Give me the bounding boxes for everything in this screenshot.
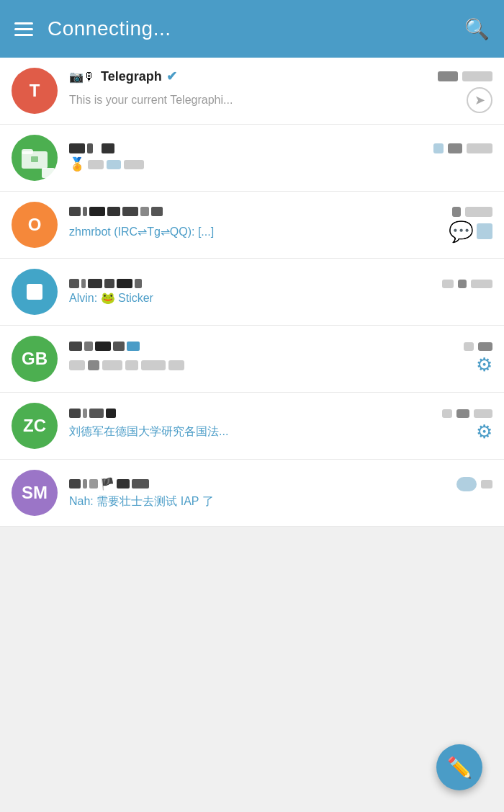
chat-preview: 刘德军在德国大学研究各国法... [69,424,228,440]
time-area [452,207,492,217]
t2 [478,342,492,351]
unread-badge [456,477,477,491]
chat-top-row: 📷🎙 Telegraph ✔ [69,68,492,84]
chat-content: zhmrbot (IRC⇌Tg⇌QQ): [...] 💬 [69,207,492,244]
p4 [125,360,138,370]
chat-bottom-row: This is your current Telegraphi... ➤ [69,87,492,113]
time-block [452,207,461,217]
chat-name [69,279,142,288]
t1 [464,342,474,351]
chat-bottom-row: zhmrbot (IRC⇌Tg⇌QQ): [...] 💬 [69,220,492,244]
avatar: SM [12,470,58,516]
flag-icon: 🏴 [100,477,114,491]
time-area [433,143,492,153]
chat-name-row [69,207,452,216]
avatar-small [477,223,492,239]
time-area [464,342,492,351]
avatar: GB [12,336,58,382]
p5 [141,360,166,370]
menu-button[interactable] [14,22,33,36]
chat-content: ⚙ [69,342,492,376]
preview-block [88,160,104,169]
time-block2 [462,71,492,81]
chat-top-row [69,409,492,418]
svg-rect-2 [31,156,38,162]
chat-top-row: 🏴 [69,477,492,491]
chat-item-2[interactable]: 🏅 [0,125,504,192]
t2 [458,280,467,288]
mute-camera-icon: 📷🎙 [69,70,95,84]
t1 [442,280,454,288]
chat-item-telegraph[interactable]: T 📷🎙 Telegraph ✔ This is your current T [0,58,504,125]
time-block [448,143,462,153]
icon-blue: ⚙ [476,421,492,443]
chat-list: T 📷🎙 Telegraph ✔ This is your current T [0,58,504,527]
chat-item-4[interactable]: Alvin: 🐸 Sticker [0,259,504,326]
avatar [12,135,58,181]
header-left: Connecting... [14,17,171,40]
chat-preview: This is your current Telegraphi... [69,94,233,107]
chat-name [69,143,114,153]
avatar [12,269,58,315]
chat-name-row [69,409,442,418]
chat-name [69,409,116,418]
t1 [481,480,492,488]
chat-content: Alvin: 🐸 Sticker [69,279,492,305]
svg-rect-1 [22,149,33,154]
preview-block2 [107,160,121,169]
avatar: O [12,202,58,248]
avatar: T [12,68,58,114]
chat-item-7[interactable]: SM 🏴 Nah [0,460,504,527]
chat-name-row: 📷🎙 Telegraph ✔ [69,68,438,84]
chat-content: 刘德军在德国大学研究各国法... ⚙ [69,409,492,443]
chat-preview: zhmrbot (IRC⇌Tg⇌QQ): [...] [69,225,214,238]
chat-top-row [69,279,492,288]
emoji-icon: 🏅 [69,156,85,172]
avatar: ZC [12,403,58,449]
search-icon[interactable]: 🔍 [464,17,490,41]
time-block2 [467,143,492,153]
time-area [442,280,492,288]
t2 [456,409,469,418]
chat-content: 🏴 Nah: 需要壮士去测试 IAP 了 [69,477,492,509]
chat-item-3[interactable]: O [0,192,504,259]
chat-content: 🏅 [69,143,492,172]
chat-preview: Alvin: 🐸 Sticker [69,291,153,305]
verified-badge: ✔ [166,68,177,84]
compose-button[interactable]: ✏️ [436,744,482,790]
time-block [438,71,458,81]
message-icon: 💬 [449,220,474,244]
time-block2 [465,207,492,217]
chat-bottom-row: ⚙ [69,354,492,376]
chat-name: Telegraph ✔ [101,68,177,84]
t1 [442,409,452,418]
chat-item-5[interactable]: GB [0,326,504,393]
t3 [474,409,492,418]
avatar-icon [27,284,42,300]
chat-bottom-row: 刘德军在德国大学研究各国法... ⚙ [69,421,492,443]
chat-name-row [69,279,442,288]
p2 [88,360,99,370]
time-area [456,477,492,491]
chat-name-row: 🏴 [69,477,456,491]
chat-name-row [69,143,433,153]
chat-item-6[interactable]: ZC 刘德军在德国大学研究各国法... [0,393,504,460]
preview-block3 [124,160,144,169]
time-area [438,71,492,81]
p3 [102,360,122,370]
chat-top-row [69,342,492,351]
icon-blue: ⚙ [476,354,492,376]
chat-name-row [69,342,464,351]
chat-preview: Nah: 需要壮士去测试 IAP 了 [69,494,214,509]
forward-button[interactable]: ➤ [467,87,492,113]
chat-top-row [69,143,492,153]
chat-name [69,342,140,351]
chat-top-row [69,207,492,217]
t3 [471,280,492,288]
p6 [168,360,184,370]
chat-bottom-row: Nah: 需要壮士去测试 IAP 了 [69,494,492,509]
chat-bottom-row: Alvin: 🐸 Sticker [69,291,492,305]
chat-name [69,207,163,216]
unread-block [433,143,444,153]
chat-content: 📷🎙 Telegraph ✔ This is your current Tele… [69,68,492,113]
